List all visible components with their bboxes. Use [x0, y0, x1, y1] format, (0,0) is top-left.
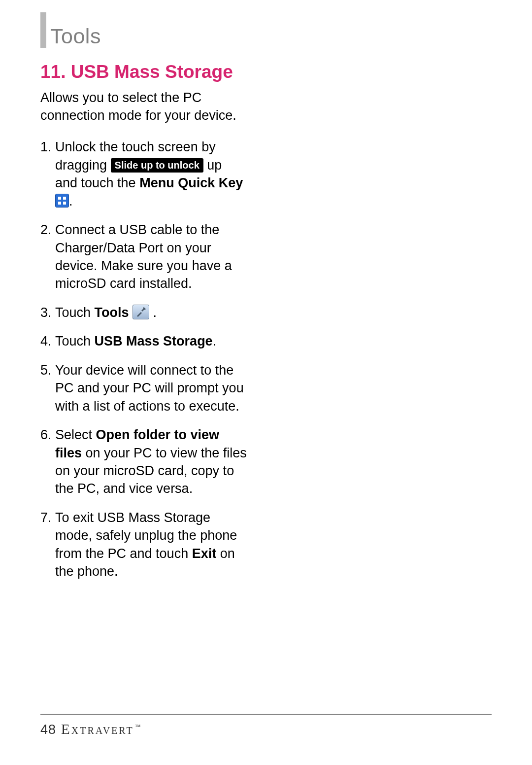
step-2: Connect a USB cable to the Charger/Data … [40, 221, 247, 293]
brand-name: Extravert™ [61, 721, 142, 737]
content-column: 11. USB Mass Storage Allows you to selec… [40, 62, 247, 581]
slide-unlock-chip: Slide up to unlock [111, 158, 203, 173]
step-text: Touch [55, 334, 95, 348]
tools-label: Tools [95, 305, 129, 320]
step-text [129, 305, 133, 320]
step-text: Your device will connect to the PC and y… [55, 363, 244, 414]
footer-rule [40, 714, 492, 715]
page-footer: 48 Extravert™ [40, 721, 142, 737]
step-6: Select Open folder to view files on your… [40, 426, 247, 498]
step-4: Touch USB Mass Storage. [40, 332, 247, 350]
step-3: Touch Tools . [40, 304, 247, 321]
step-text: on your PC to view the files on your mic… [55, 446, 247, 496]
chapter-rule [40, 12, 46, 48]
steps-list: Unlock the touch screen by dragging Slid… [40, 138, 247, 580]
intro-paragraph: Allows you to select the PC connection m… [40, 89, 247, 125]
chapter-header: Tools [40, 12, 492, 48]
trademark-symbol: ™ [135, 723, 142, 730]
chapter-title: Tools [50, 26, 101, 48]
section-number: 11. [40, 62, 66, 82]
step-text: . [69, 194, 73, 209]
step-text: Touch [55, 305, 95, 320]
exit-label: Exit [192, 546, 217, 561]
step-text: Connect a USB cable to the Charger/Data … [55, 222, 232, 291]
brand-text: Extravert [61, 721, 134, 737]
step-7: To exit USB Mass Storage mode, safely un… [40, 509, 247, 581]
menu-quick-key-label: Menu Quick Key [139, 175, 243, 190]
usb-mass-storage-label: USB Mass Storage [95, 334, 213, 348]
step-text: Select [55, 427, 96, 442]
step-text: . [149, 305, 157, 320]
page-number: 48 [40, 722, 56, 737]
menu-quick-key-icon [55, 194, 69, 208]
section-name: USB Mass Storage [71, 62, 233, 82]
tools-icon [133, 305, 149, 319]
step-1: Unlock the touch screen by dragging Slid… [40, 138, 247, 210]
section-title: 11. USB Mass Storage [40, 62, 247, 83]
step-5: Your device will connect to the PC and y… [40, 361, 247, 415]
step-text: . [213, 334, 217, 348]
manual-page: Tools 11. USB Mass Storage Allows you to… [0, 0, 532, 765]
